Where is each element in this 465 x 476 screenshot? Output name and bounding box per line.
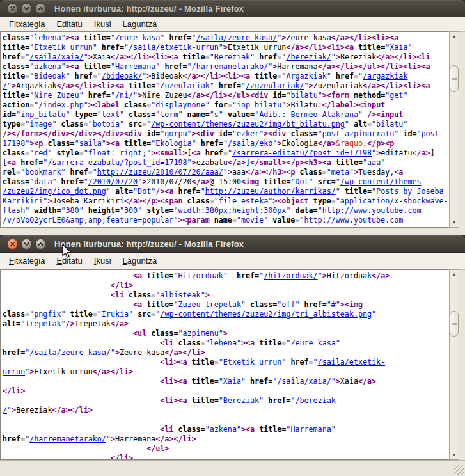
source-link[interactable]: /saila/etxetik-urrun (129, 43, 219, 52)
source-token: "inp_bilatu" (16, 110, 74, 119)
desktop: { "icons": {"scroll_up": "▲", "scroll_do… (0, 0, 465, 476)
source-link[interactable]: /zuzeulariak/ (246, 81, 304, 90)
source-token: id= (3, 110, 16, 119)
maximize-button[interactable] (35, 3, 46, 14)
source-token: "300" (120, 206, 146, 215)
source-token: title= (146, 300, 173, 309)
source-token: "Dot" (133, 187, 155, 196)
source-link[interactable]: /ni/ (115, 91, 133, 100)
minimize-button[interactable] (21, 239, 32, 250)
menu-ikusi[interactable]: Ikusi (88, 19, 117, 29)
source-token: "ezker" (232, 129, 264, 138)
source-token: href= (304, 300, 327, 309)
source-token: src= (138, 310, 155, 319)
source-token (3, 377, 160, 386)
menu-editatu[interactable]: Editatu (51, 19, 88, 29)
source-link[interactable]: /wp-content/themes (340, 177, 422, 186)
maximize-button[interactable] (35, 239, 46, 250)
source-link[interactable]: /argazkiak (363, 72, 407, 81)
source-token: href= (75, 72, 97, 81)
source-link[interactable]: /2010/07/20 (88, 177, 138, 186)
menu-editatu[interactable]: Editatu (51, 255, 88, 266)
source-line: alt="Trepetak"/>Trepetak</a> (3, 319, 449, 329)
menu-laguntza[interactable]: Laguntza (117, 255, 163, 266)
source-token: class= (3, 148, 29, 157)
source-token: > (228, 168, 232, 177)
scroll-down-arrow-icon[interactable]: ▼ (450, 218, 459, 227)
chevron-up-icon (37, 242, 44, 246)
content-area: <a title="Hitzorduak" href="/hitzorduak/… (0, 269, 465, 460)
source-token: "movie" (237, 216, 272, 225)
menu-laguntza[interactable]: Laguntza (117, 19, 163, 29)
scrollbar-track[interactable] (450, 41, 459, 218)
menu-fitxategia[interactable]: Fitxategia (3, 19, 51, 29)
source-link[interactable]: /saila/etxetik- (318, 358, 386, 367)
source-link[interactable]: # (331, 300, 336, 309)
vertical-scrollbar[interactable]: ▲ ▼ (449, 269, 459, 460)
source-token: " (313, 358, 318, 367)
source-link[interactable]: urrun (3, 367, 25, 376)
source-link[interactable]: /harremanetarako/ (192, 62, 269, 71)
source-link[interactable]: /saila/xaia/ (29, 52, 83, 61)
source-link[interactable]: /saila/xaia/ (277, 377, 331, 386)
menu-fitxategia[interactable]: Fitxategia (3, 255, 51, 266)
scrollbar-thumb[interactable] (450, 311, 459, 337)
source-token: title= (3, 91, 29, 100)
scrollbar-thumb[interactable] (450, 65, 459, 92)
source-link[interactable]: / (3, 81, 7, 90)
source-link[interactable]: /wp-content/themes/zuzeu2/img/bt_bilatu.… (151, 120, 345, 129)
source-token: "Xaia" (385, 43, 412, 52)
chevron-down-icon (23, 242, 30, 246)
close-button[interactable] (7, 3, 18, 14)
source-token: src= (129, 120, 146, 129)
source-link[interactable]: /saila/eko (228, 139, 272, 148)
source-token: "lehena" (205, 338, 241, 347)
source-line: 17198"><p class="saila"><a title="Ekolog… (3, 139, 449, 148)
source-link[interactable]: /saila/zeure-kasa/ (196, 33, 278, 42)
source-link[interactable]: /harremanetarako/ (29, 434, 106, 443)
source-token: ><a (241, 425, 259, 434)
titlebar[interactable]: Honen iturburua: http://zuzeu/ - Mozilla… (0, 235, 465, 253)
source-line: class="lehena"><a title="Zeure kasa" hre… (3, 33, 449, 43)
source-link[interactable]: /sarrera-ezabatu/?post_id=17198 (47, 158, 187, 167)
source-token: " (223, 139, 228, 148)
source-view[interactable]: class="lehena"><a title="Zeure kasa" hre… (0, 31, 449, 228)
menu-ikusi[interactable]: Ikusi (88, 255, 117, 266)
minimize-button[interactable] (21, 3, 32, 14)
source-link[interactable]: /sarrera-editatu/?post_id=17198 (232, 148, 372, 157)
source-token: /v/oVoO2ycrLE0&amp;amp;feature=popular" (3, 216, 178, 225)
source-token: "Etxetik urrun" (219, 358, 291, 367)
source-token: /> (66, 319, 75, 328)
source-link[interactable]: / (3, 406, 7, 415)
scroll-up-arrow-icon[interactable]: ▲ (450, 270, 459, 279)
source-token: title= (192, 396, 219, 405)
source-token: title= (264, 177, 290, 186)
source-token: title= (84, 62, 111, 71)
source-token: </a> (412, 148, 430, 157)
close-button[interactable] (7, 239, 18, 250)
vertical-scrollbar[interactable]: ▲ ▼ (449, 31, 459, 228)
scroll-up-arrow-icon[interactable]: ▲ (450, 32, 459, 41)
source-link[interactable]: /saila/zeure-kasa/ (29, 348, 111, 357)
source-link[interactable]: /bereziak (295, 396, 335, 405)
titlebar[interactable]: Honen iturburua: http://zuzeu/ - Mozilla… (0, 0, 465, 17)
source-link[interactable]: /bereziak/ (286, 52, 331, 61)
resize-grip[interactable] (454, 465, 464, 475)
source-link[interactable]: /wp-content/themes/zuzeu2/img/tri_albist… (160, 310, 372, 319)
source-link[interactable]: http://zuzeu/author/karrikas/ (205, 187, 336, 196)
source-line: href="/saila/zeure-kasa/">Zeure kasa</a>… (3, 348, 449, 358)
scrollbar-track[interactable] (450, 279, 459, 450)
source-token: <li><a (160, 358, 191, 367)
source-token: ><a (66, 62, 84, 71)
source-link[interactable]: /bideoak/ (102, 72, 142, 81)
window-right-border (459, 269, 465, 460)
source-token: "Bereziak" (210, 52, 259, 61)
source-link[interactable]: /hitzorduak/ (264, 271, 317, 280)
scroll-down-arrow-icon[interactable]: ▼ (450, 450, 459, 459)
source-link[interactable]: /zuzeu2/img/ico_dot.png (3, 187, 106, 196)
source-link[interactable]: http://zuzeu/2010/07/20/aaa/ (97, 168, 223, 177)
source-view[interactable]: <a title="Hitzorduak" href="/hitzorduak/… (0, 269, 449, 460)
source-token: class= (250, 300, 277, 309)
source-line: href="/saila/xaia/">Xaia</a></li><li><a … (3, 52, 449, 62)
source-token: "file_esteka" (214, 196, 272, 205)
